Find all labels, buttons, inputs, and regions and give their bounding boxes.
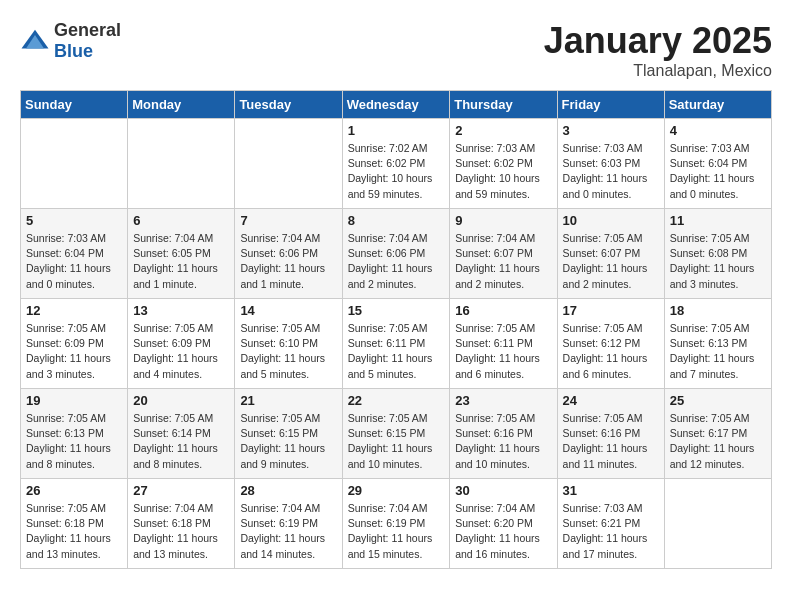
day-info: Sunrise: 7:03 AMSunset: 6:02 PMDaylight:…	[455, 141, 551, 202]
calendar-cell: 23Sunrise: 7:05 AMSunset: 6:16 PMDayligh…	[450, 389, 557, 479]
week-row-4: 19Sunrise: 7:05 AMSunset: 6:13 PMDayligh…	[21, 389, 772, 479]
day-number: 30	[455, 483, 551, 498]
weekday-sunday: Sunday	[21, 91, 128, 119]
calendar-cell: 6Sunrise: 7:04 AMSunset: 6:05 PMDaylight…	[128, 209, 235, 299]
day-number: 25	[670, 393, 766, 408]
calendar-cell: 22Sunrise: 7:05 AMSunset: 6:15 PMDayligh…	[342, 389, 450, 479]
day-number: 10	[563, 213, 659, 228]
weekday-row: SundayMondayTuesdayWednesdayThursdayFrid…	[21, 91, 772, 119]
day-info: Sunrise: 7:03 AMSunset: 6:04 PMDaylight:…	[26, 231, 122, 292]
calendar-cell: 24Sunrise: 7:05 AMSunset: 6:16 PMDayligh…	[557, 389, 664, 479]
day-info: Sunrise: 7:05 AMSunset: 6:12 PMDaylight:…	[563, 321, 659, 382]
day-number: 21	[240, 393, 336, 408]
day-number: 19	[26, 393, 122, 408]
day-info: Sunrise: 7:03 AMSunset: 6:21 PMDaylight:…	[563, 501, 659, 562]
calendar-cell: 20Sunrise: 7:05 AMSunset: 6:14 PMDayligh…	[128, 389, 235, 479]
day-number: 1	[348, 123, 445, 138]
logo-blue: Blue	[54, 41, 93, 61]
calendar-cell: 30Sunrise: 7:04 AMSunset: 6:20 PMDayligh…	[450, 479, 557, 569]
calendar-cell: 5Sunrise: 7:03 AMSunset: 6:04 PMDaylight…	[21, 209, 128, 299]
calendar-cell	[235, 119, 342, 209]
calendar-cell: 4Sunrise: 7:03 AMSunset: 6:04 PMDaylight…	[664, 119, 771, 209]
calendar-cell: 18Sunrise: 7:05 AMSunset: 6:13 PMDayligh…	[664, 299, 771, 389]
weekday-tuesday: Tuesday	[235, 91, 342, 119]
day-number: 28	[240, 483, 336, 498]
calendar-cell: 2Sunrise: 7:03 AMSunset: 6:02 PMDaylight…	[450, 119, 557, 209]
calendar-cell: 31Sunrise: 7:03 AMSunset: 6:21 PMDayligh…	[557, 479, 664, 569]
calendar-cell: 13Sunrise: 7:05 AMSunset: 6:09 PMDayligh…	[128, 299, 235, 389]
day-number: 24	[563, 393, 659, 408]
logo: General Blue	[20, 20, 121, 62]
day-info: Sunrise: 7:05 AMSunset: 6:16 PMDaylight:…	[455, 411, 551, 472]
day-number: 8	[348, 213, 445, 228]
calendar-cell: 12Sunrise: 7:05 AMSunset: 6:09 PMDayligh…	[21, 299, 128, 389]
calendar-cell: 28Sunrise: 7:04 AMSunset: 6:19 PMDayligh…	[235, 479, 342, 569]
day-info: Sunrise: 7:04 AMSunset: 6:06 PMDaylight:…	[240, 231, 336, 292]
day-info: Sunrise: 7:05 AMSunset: 6:11 PMDaylight:…	[455, 321, 551, 382]
day-info: Sunrise: 7:05 AMSunset: 6:13 PMDaylight:…	[26, 411, 122, 472]
calendar-cell: 7Sunrise: 7:04 AMSunset: 6:06 PMDaylight…	[235, 209, 342, 299]
calendar-cell: 3Sunrise: 7:03 AMSunset: 6:03 PMDaylight…	[557, 119, 664, 209]
day-number: 31	[563, 483, 659, 498]
day-number: 5	[26, 213, 122, 228]
day-number: 18	[670, 303, 766, 318]
day-number: 17	[563, 303, 659, 318]
day-number: 9	[455, 213, 551, 228]
day-info: Sunrise: 7:05 AMSunset: 6:15 PMDaylight:…	[240, 411, 336, 472]
day-number: 4	[670, 123, 766, 138]
calendar-cell: 25Sunrise: 7:05 AMSunset: 6:17 PMDayligh…	[664, 389, 771, 479]
day-info: Sunrise: 7:05 AMSunset: 6:16 PMDaylight:…	[563, 411, 659, 472]
day-info: Sunrise: 7:03 AMSunset: 6:04 PMDaylight:…	[670, 141, 766, 202]
weekday-wednesday: Wednesday	[342, 91, 450, 119]
day-number: 16	[455, 303, 551, 318]
day-number: 29	[348, 483, 445, 498]
calendar-cell	[21, 119, 128, 209]
day-number: 27	[133, 483, 229, 498]
day-number: 15	[348, 303, 445, 318]
calendar-cell: 9Sunrise: 7:04 AMSunset: 6:07 PMDaylight…	[450, 209, 557, 299]
logo-icon	[20, 26, 50, 56]
calendar-subtitle: Tlanalapan, Mexico	[544, 62, 772, 80]
day-info: Sunrise: 7:05 AMSunset: 6:07 PMDaylight:…	[563, 231, 659, 292]
week-row-3: 12Sunrise: 7:05 AMSunset: 6:09 PMDayligh…	[21, 299, 772, 389]
day-number: 26	[26, 483, 122, 498]
day-number: 13	[133, 303, 229, 318]
calendar-body: 1Sunrise: 7:02 AMSunset: 6:02 PMDaylight…	[21, 119, 772, 569]
calendar-cell: 11Sunrise: 7:05 AMSunset: 6:08 PMDayligh…	[664, 209, 771, 299]
day-info: Sunrise: 7:05 AMSunset: 6:13 PMDaylight:…	[670, 321, 766, 382]
day-info: Sunrise: 7:04 AMSunset: 6:18 PMDaylight:…	[133, 501, 229, 562]
day-info: Sunrise: 7:02 AMSunset: 6:02 PMDaylight:…	[348, 141, 445, 202]
day-info: Sunrise: 7:04 AMSunset: 6:20 PMDaylight:…	[455, 501, 551, 562]
day-number: 23	[455, 393, 551, 408]
day-number: 7	[240, 213, 336, 228]
calendar-cell: 26Sunrise: 7:05 AMSunset: 6:18 PMDayligh…	[21, 479, 128, 569]
calendar-cell: 27Sunrise: 7:04 AMSunset: 6:18 PMDayligh…	[128, 479, 235, 569]
week-row-5: 26Sunrise: 7:05 AMSunset: 6:18 PMDayligh…	[21, 479, 772, 569]
day-info: Sunrise: 7:04 AMSunset: 6:07 PMDaylight:…	[455, 231, 551, 292]
day-number: 14	[240, 303, 336, 318]
weekday-saturday: Saturday	[664, 91, 771, 119]
day-number: 22	[348, 393, 445, 408]
weekday-thursday: Thursday	[450, 91, 557, 119]
day-info: Sunrise: 7:05 AMSunset: 6:18 PMDaylight:…	[26, 501, 122, 562]
calendar-cell: 17Sunrise: 7:05 AMSunset: 6:12 PMDayligh…	[557, 299, 664, 389]
day-number: 20	[133, 393, 229, 408]
logo-general: General	[54, 20, 121, 40]
day-number: 11	[670, 213, 766, 228]
page-header: General Blue January 2025 Tlanalapan, Me…	[20, 20, 772, 80]
week-row-2: 5Sunrise: 7:03 AMSunset: 6:04 PMDaylight…	[21, 209, 772, 299]
day-info: Sunrise: 7:05 AMSunset: 6:09 PMDaylight:…	[26, 321, 122, 382]
day-number: 6	[133, 213, 229, 228]
day-info: Sunrise: 7:05 AMSunset: 6:14 PMDaylight:…	[133, 411, 229, 472]
calendar-cell	[664, 479, 771, 569]
day-info: Sunrise: 7:05 AMSunset: 6:15 PMDaylight:…	[348, 411, 445, 472]
calendar-table: SundayMondayTuesdayWednesdayThursdayFrid…	[20, 90, 772, 569]
day-info: Sunrise: 7:05 AMSunset: 6:17 PMDaylight:…	[670, 411, 766, 472]
week-row-1: 1Sunrise: 7:02 AMSunset: 6:02 PMDaylight…	[21, 119, 772, 209]
day-number: 12	[26, 303, 122, 318]
day-info: Sunrise: 7:05 AMSunset: 6:08 PMDaylight:…	[670, 231, 766, 292]
day-info: Sunrise: 7:05 AMSunset: 6:09 PMDaylight:…	[133, 321, 229, 382]
calendar-cell: 19Sunrise: 7:05 AMSunset: 6:13 PMDayligh…	[21, 389, 128, 479]
title-block: January 2025 Tlanalapan, Mexico	[544, 20, 772, 80]
calendar-cell: 1Sunrise: 7:02 AMSunset: 6:02 PMDaylight…	[342, 119, 450, 209]
